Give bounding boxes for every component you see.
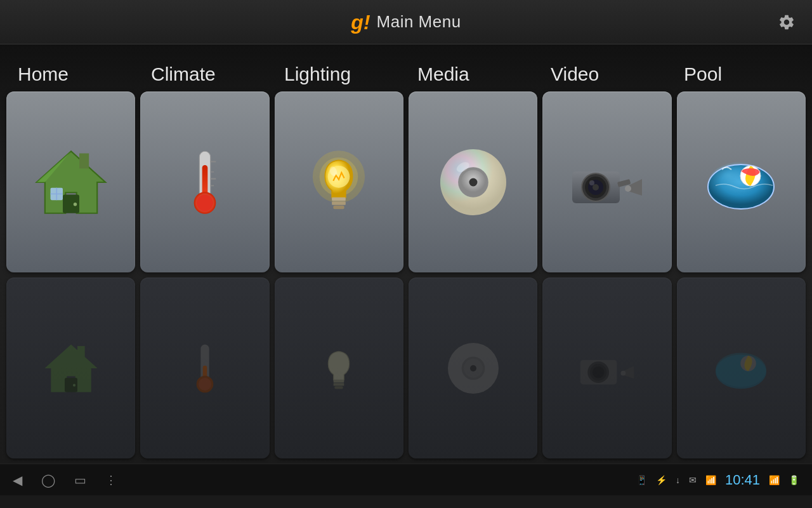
climate-button[interactable] — [140, 91, 269, 272]
svg-point-11 — [197, 194, 213, 211]
lightbulb-icon-dim — [307, 337, 370, 400]
android-icon: 📱 — [636, 475, 647, 485]
svg-point-49 — [199, 378, 211, 391]
thermometer-icon-dim — [173, 337, 237, 400]
svg-point-27 — [469, 178, 477, 186]
home-icon — [30, 141, 112, 224]
disc-icon — [432, 141, 514, 224]
main-content: Home Climate Lighting Media Video Pool — [0, 44, 812, 464]
thermometer-icon — [164, 141, 246, 224]
svg-rect-52 — [335, 386, 343, 389]
svg-rect-21 — [334, 205, 344, 208]
category-label-home: Home — [6, 64, 140, 85]
disc-icon-dim — [442, 337, 505, 400]
pool-button[interactable] — [677, 91, 806, 272]
svg-rect-50 — [334, 380, 344, 382]
download-icon: ↓ — [676, 475, 680, 485]
lighting-button[interactable] — [275, 91, 403, 272]
climate-button-dim[interactable] — [140, 277, 269, 458]
svg-point-60 — [593, 366, 604, 377]
app-header: g! Main Menu — [0, 0, 812, 44]
status-time: 10:41 — [725, 472, 760, 488]
svg-rect-19 — [332, 197, 346, 200]
battery-icon: 🔋 — [789, 475, 799, 485]
video-button-dim[interactable] — [542, 277, 671, 458]
home-button-dim[interactable] — [6, 277, 135, 458]
header-title: Main Menu — [377, 12, 461, 32]
svg-rect-20 — [332, 201, 346, 204]
svg-point-33 — [593, 184, 599, 190]
lighting-button-dim[interactable] — [275, 277, 403, 458]
svg-point-63 — [716, 352, 766, 387]
svg-point-3 — [73, 202, 76, 205]
pool-button-dim[interactable] — [677, 277, 806, 458]
camera-icon-dim — [575, 337, 639, 400]
wifi-icon: 📶 — [769, 475, 780, 485]
home-nav-button[interactable]: ◯ — [41, 472, 55, 488]
status-bar: ◀ ◯ ▭ ⋮ 📱 ⚡ ↓ ✉ 📶 10:41 📶 🔋 — [0, 464, 812, 495]
media-button-dim[interactable] — [409, 277, 537, 458]
svg-point-56 — [470, 365, 476, 371]
recent-apps-button[interactable]: ▭ — [74, 472, 86, 488]
svg-point-61 — [621, 370, 626, 375]
video-button[interactable] — [542, 91, 671, 272]
menu-button[interactable]: ⋮ — [105, 473, 117, 487]
media-button[interactable] — [409, 91, 537, 272]
category-label-video: Video — [539, 64, 672, 85]
home-button[interactable] — [6, 91, 135, 272]
gear-icon — [778, 13, 796, 31]
category-labels-row: Home Climate Lighting Media Video Pool — [0, 44, 812, 91]
back-button[interactable]: ◀ — [13, 472, 22, 488]
nav-icons: ◀ ◯ ▭ ⋮ — [13, 472, 117, 488]
camera-icon — [566, 141, 648, 224]
category-label-lighting: Lighting — [273, 64, 406, 85]
logo-g-text: g! — [351, 12, 370, 32]
svg-rect-51 — [334, 383, 344, 385]
home-icon-dim — [39, 337, 103, 400]
settings-button[interactable] — [774, 10, 799, 35]
pool-icon-dim — [709, 337, 773, 400]
category-label-pool: Pool — [672, 64, 806, 85]
category-label-media: Media — [406, 64, 539, 85]
svg-rect-45 — [77, 346, 85, 358]
svg-rect-4 — [79, 153, 89, 168]
usb-icon: ⚡ — [656, 475, 667, 485]
pool-icon — [700, 141, 782, 224]
status-right: 📱 ⚡ ↓ ✉ 📶 10:41 📶 🔋 — [636, 472, 799, 488]
lightbulb-icon — [298, 141, 380, 224]
top-grid-row — [0, 91, 812, 275]
svg-point-44 — [73, 384, 75, 386]
app-logo: g! Main Menu — [351, 12, 461, 32]
sim-icon: 📶 — [705, 475, 716, 485]
category-label-climate: Climate — [140, 64, 273, 85]
mail-icon: ✉ — [689, 475, 697, 485]
bottom-grid-row — [0, 275, 812, 464]
svg-point-34 — [589, 180, 594, 185]
svg-point-36 — [625, 185, 631, 192]
